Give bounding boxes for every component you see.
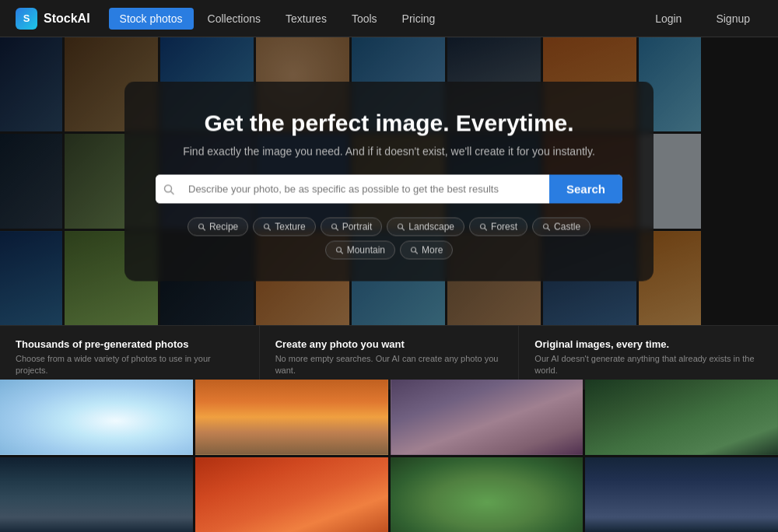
svg-line-13 xyxy=(548,229,550,231)
hero-bg-cell xyxy=(0,231,62,325)
search-tag-icon xyxy=(542,223,550,231)
tag-landscape[interactable]: Landscape xyxy=(387,218,464,236)
search-icon-wrap xyxy=(156,175,182,204)
feature-1-title: Thousands of pre-generated photos xyxy=(16,338,244,350)
svg-line-5 xyxy=(268,229,271,231)
search-icon xyxy=(163,184,174,194)
tag-castle[interactable]: Castle xyxy=(532,218,591,236)
search-tag-icon xyxy=(479,223,487,231)
tag-recipe-label: Recipe xyxy=(209,222,238,233)
gallery-cell-forest-fog[interactable] xyxy=(0,457,193,533)
gallery-cell-jungle[interactable] xyxy=(585,380,778,455)
hero-overlay-card: Get the perfect image. Everytime. Find e… xyxy=(124,82,654,282)
gallery-cell-volcano[interactable] xyxy=(195,457,388,533)
feature-2-title: Create any photo you want xyxy=(275,338,503,350)
tag-mountain[interactable]: Mountain xyxy=(325,241,395,260)
nav-stock-photos[interactable]: Stock photos xyxy=(109,8,194,30)
photo-gallery xyxy=(0,380,778,532)
svg-line-1 xyxy=(171,191,174,194)
svg-line-17 xyxy=(415,252,418,254)
feature-2-desc: No more empty searches. Our AI can creat… xyxy=(275,353,503,377)
search-tag-icon xyxy=(410,247,418,254)
feature-1-desc: Choose from a wide variety of photos to … xyxy=(16,353,244,377)
tag-portrait[interactable]: Portrait xyxy=(321,218,383,236)
logo-icon: S xyxy=(16,8,37,30)
nav-pricing[interactable]: Pricing xyxy=(391,8,447,30)
hero-title: Get the perfect image. Everytime. xyxy=(204,110,573,138)
tag-recipe[interactable]: Recipe xyxy=(187,218,248,236)
search-tag-icon xyxy=(335,247,343,254)
svg-line-7 xyxy=(336,229,338,231)
search-tag-icon xyxy=(263,223,271,231)
gallery-cell-polar-bear[interactable] xyxy=(0,380,193,455)
nav-links: Stock photos Collections Textures Tools … xyxy=(109,8,643,30)
nav-textures[interactable]: Textures xyxy=(275,8,338,30)
logo-text: StockAI xyxy=(44,12,90,26)
search-button[interactable]: Search xyxy=(549,175,622,204)
hero-bg-cell xyxy=(0,134,62,228)
gallery-cell-castle[interactable] xyxy=(391,380,584,455)
nav-collections[interactable]: Collections xyxy=(197,8,272,30)
tag-forest-label: Forest xyxy=(491,222,517,233)
nav-right: Login Signup xyxy=(643,8,762,30)
login-button[interactable]: Login xyxy=(643,8,694,30)
tag-texture-label: Texture xyxy=(275,222,305,233)
feature-3-title: Original images, every time. xyxy=(534,338,762,350)
tag-texture[interactable]: Texture xyxy=(253,218,315,236)
tag-mountain-label: Mountain xyxy=(347,245,385,256)
svg-line-9 xyxy=(402,229,405,231)
search-tag-icon xyxy=(397,223,405,231)
signup-button[interactable]: Signup xyxy=(703,8,762,30)
search-tag-icon xyxy=(198,223,205,231)
tag-castle-label: Castle xyxy=(554,222,580,233)
tag-forest[interactable]: Forest xyxy=(469,218,527,236)
gallery-cell-green-hills[interactable] xyxy=(391,457,584,533)
search-input[interactable] xyxy=(182,175,549,204)
tag-more-label: More xyxy=(422,245,443,256)
nav-tools[interactable]: Tools xyxy=(341,8,388,30)
gallery-cell-sailboat-sunset[interactable] xyxy=(195,380,388,455)
svg-line-3 xyxy=(203,229,205,231)
hero-subtitle: Find exactly the image you need. And if … xyxy=(183,145,595,158)
hero-section: Get the perfect image. Everytime. Find e… xyxy=(0,37,778,325)
search-tags: Recipe Texture Portrait Landscape Forest… xyxy=(156,218,622,260)
svg-line-11 xyxy=(485,229,487,231)
search-tag-icon xyxy=(331,223,338,231)
hero-bg-cell xyxy=(0,37,62,131)
svg-line-15 xyxy=(341,252,343,254)
feature-3-desc: Our AI doesn't generate anything that al… xyxy=(534,353,762,377)
gallery-cell-mountain-range[interactable] xyxy=(585,457,778,533)
navbar: S StockAI Stock photos Collections Textu… xyxy=(0,0,778,37)
tag-more[interactable]: More xyxy=(400,241,453,260)
logo[interactable]: S StockAI xyxy=(16,8,90,30)
search-bar: Search xyxy=(156,175,622,204)
tag-landscape-label: Landscape xyxy=(408,222,454,233)
tag-portrait-label: Portrait xyxy=(342,222,373,233)
